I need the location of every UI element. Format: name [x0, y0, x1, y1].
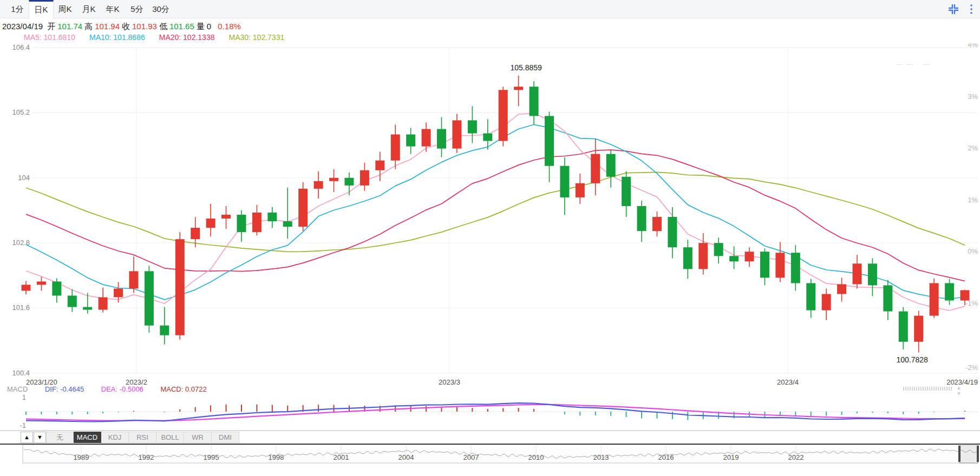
kebab-menu-icon[interactable] — [969, 3, 974, 15]
period-tab-bar: 1分日K周K月K年K5分30分 — [0, 0, 980, 18]
navigator-year-label: 2004 — [398, 453, 414, 461]
indicator-up-button[interactable]: ▲ — [21, 432, 33, 443]
ma-lines — [26, 114, 965, 310]
navigator-year-label: 2010 — [528, 453, 544, 461]
svg-text:105.2: 105.2 — [12, 108, 30, 116]
svg-text:4%: 4% — [968, 43, 978, 49]
ohlc-info-row: 2023/04/19 开101.74高101.94收101.93低101.65量… — [2, 22, 243, 31]
collapse-icon[interactable] — [948, 3, 959, 15]
navigator-year-label: 2022 — [788, 453, 804, 461]
ma-legend-item: MA20: 102.1338 — [159, 33, 215, 42]
indicator-down-button[interactable]: ▼ — [34, 432, 46, 443]
period-tab-月K[interactable]: 月K — [76, 0, 101, 18]
svg-text:-1: -1 — [19, 421, 26, 429]
info-value: 0 — [207, 22, 211, 31]
info-label: 收 — [122, 22, 130, 31]
svg-text:3%: 3% — [968, 92, 978, 101]
indicator-tab-WR[interactable]: WR — [184, 432, 212, 443]
navigator-selection-window[interactable] — [959, 445, 978, 463]
svg-text:104: 104 — [18, 174, 30, 182]
svg-text:2%: 2% — [968, 144, 978, 152]
svg-text:0%: 0% — [968, 247, 978, 255]
info-value: 101.65 — [169, 22, 194, 31]
kline-app: { "period_bar": { "tabs": [ {"label":"1分… — [0, 0, 980, 476]
main-kline-chart[interactable]: 106.4105.2104102.8101.6100.44%3%2%1%0%-1… — [0, 43, 980, 444]
indicator-tab-RSI[interactable]: RSI — [129, 432, 156, 443]
info-label: 开 — [47, 22, 55, 31]
navigator-left-handle[interactable] — [958, 446, 961, 462]
indicator-tab-无[interactable]: 无 — [46, 432, 74, 443]
macd-title: MACD — [7, 385, 28, 393]
info-label: 量 — [197, 22, 205, 31]
period-tab-年K[interactable]: 年K — [100, 0, 125, 18]
navigator-year-label: 2007 — [463, 453, 479, 461]
info-value: 101.74 — [57, 22, 82, 31]
header-icons — [948, 3, 974, 15]
info-label: 高 — [84, 22, 93, 31]
macd-dea-value: DEA: -0.5006 — [101, 385, 143, 393]
svg-text:1%: 1% — [968, 196, 978, 204]
macd-pane: 1-1 — [0, 393, 980, 431]
svg-text:2023/4: 2023/4 — [777, 378, 799, 386]
pane-resize-widget[interactable]: ▲ ▼ — [903, 386, 968, 392]
navigator-right-handle[interactable] — [977, 446, 979, 462]
navigator-year-label: 2001 — [334, 453, 349, 461]
drag-dots — [903, 387, 952, 391]
pane-collapse-arrows[interactable]: ▲ ▼ — [956, 385, 968, 396]
navigator-year-label: 1995 — [204, 453, 219, 461]
svg-text:100.4: 100.4 — [12, 369, 30, 377]
indicator-tab-KDJ[interactable]: KDJ — [101, 432, 129, 443]
info-date: 2023/04/19 — [2, 22, 43, 31]
info-label: 低 — [159, 22, 167, 31]
ma-legend-row: MA5: 101.6810MA10: 101.8686MA20: 102.133… — [24, 33, 298, 42]
svg-text:106.4: 106.4 — [12, 43, 30, 51]
macd-dif-value: DIF: -0.4645 — [45, 385, 84, 393]
macd-hist-value: MACD: 0.0722 — [160, 385, 206, 393]
svg-text:101.6: 101.6 — [12, 303, 30, 312]
history-navigator[interactable]: 1989199219951998200120042007201020132016… — [0, 444, 980, 465]
period-tab-周K[interactable]: 周K — [53, 0, 77, 18]
navigator-year-label: 1992 — [139, 453, 154, 461]
period-tab-1分[interactable]: 1分 — [5, 0, 30, 18]
indicator-tab-bar: ▲ ▼ 无MACDKDJRSIBOLLWRDMI — [0, 432, 980, 444]
svg-text:2023/3: 2023/3 — [439, 378, 460, 386]
svg-text:1: 1 — [22, 393, 26, 401]
info-value: 101.94 — [95, 22, 120, 31]
ma-legend-item: MA10: 101.8686 — [89, 33, 145, 42]
annotations: 105.8859100.7828 — [510, 63, 928, 364]
ma-legend-item: MA30: 102.7331 — [228, 33, 284, 42]
info-fields: 开101.74高101.94收101.93低101.65量0 — [47, 22, 213, 31]
period-tab-30分[interactable]: 30分 — [148, 0, 173, 18]
navigator-year-label: 2019 — [723, 453, 739, 461]
indicator-tab-DMI[interactable]: DMI — [212, 432, 239, 443]
period-tab-日K[interactable]: 日K — [29, 0, 54, 18]
period-tab-5分[interactable]: 5分 — [125, 0, 149, 18]
indicator-tab-MACD[interactable]: MACD — [74, 432, 101, 443]
svg-text:100.7828: 100.7828 — [897, 355, 929, 364]
info-value: 101.93 — [132, 22, 157, 31]
ma-legend-item: MA5: 101.6810 — [24, 33, 75, 42]
svg-text:105.8859: 105.8859 — [510, 63, 542, 72]
change-percent: 0.18% — [218, 22, 241, 31]
watermark: — — · — — [896, 61, 931, 68]
indicator-tab-BOLL[interactable]: BOLL — [156, 432, 184, 443]
svg-text:-2%: -2% — [965, 363, 978, 372]
macd-legend: MACD DIF: -0.4645 DEA: -0.5006 MACD: 0.0… — [7, 385, 222, 393]
